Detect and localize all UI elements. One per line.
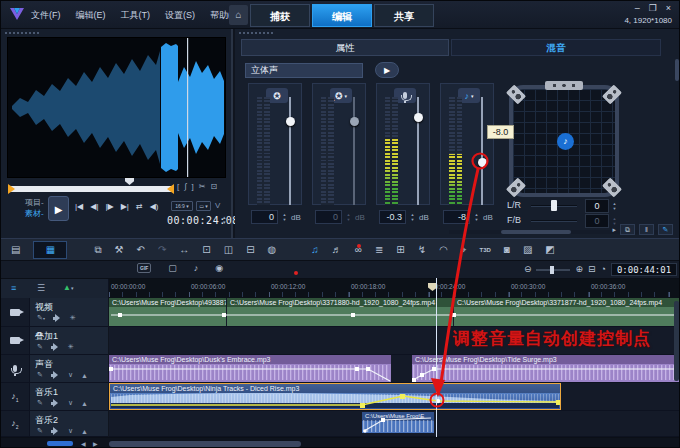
- voiceover-icon[interactable]: ♪: [194, 264, 199, 273]
- copy-icon[interactable]: ⧉: [94, 245, 101, 255]
- gif-export-icon[interactable]: GIF: [137, 263, 151, 273]
- prev-frame-button[interactable]: ◀|: [90, 202, 98, 211]
- db-stepper[interactable]: ▲▼: [345, 210, 352, 224]
- track-mute-icon[interactable]: [51, 371, 60, 379]
- color-grading-icon[interactable]: ◍: [268, 245, 277, 255]
- snapshot-icon[interactable]: ◉: [215, 264, 223, 273]
- db-stepper[interactable]: ▲▼: [409, 210, 416, 224]
- ripple-edit-icon[interactable]: ✎: [37, 427, 43, 435]
- template-icon[interactable]: ⊟: [246, 245, 254, 255]
- timeline-zoom-slider[interactable]: [536, 269, 570, 271]
- expand-arrow-icon[interactable]: ▸: [612, 226, 616, 234]
- enlarge-icon[interactable]: ⊡: [210, 182, 217, 191]
- undo-icon[interactable]: ↶: [137, 245, 145, 255]
- scroll-right-icon[interactable]: ▶: [93, 440, 98, 447]
- view-mode-label[interactable]: V: [215, 201, 220, 210]
- volume-envelope-music[interactable]: [110, 384, 561, 410]
- lr-slider-thumb[interactable]: [551, 200, 557, 211]
- go-end-button[interactable]: ▶|: [121, 202, 129, 211]
- home-button[interactable]: ⌂: [229, 5, 248, 25]
- auto-music-icon[interactable]: ♬: [332, 245, 342, 255]
- track-mute-icon[interactable]: [53, 314, 62, 322]
- ripple-edit-icon[interactable]: ✎: [37, 343, 43, 351]
- mark-out-icon[interactable]: ]: [191, 182, 193, 191]
- motion-tracking-icon[interactable]: ↯: [418, 245, 426, 255]
- volume-envelope[interactable]: [109, 355, 391, 382]
- volume-slider-track[interactable]: [353, 97, 355, 205]
- mixer-play-button[interactable]: ▶: [375, 62, 399, 78]
- waveform-toggle-icon[interactable]: ∨: [68, 399, 73, 407]
- split-screen-icon[interactable]: ◫: [224, 245, 233, 255]
- menu-tools[interactable]: 工具(T): [121, 9, 151, 22]
- scrub-marker[interactable]: [125, 178, 134, 185]
- clip-voice-1[interactable]: C:\Users\Muse Frog\Desktop\Dusk's Embrac…: [109, 355, 391, 382]
- mixer-vscrollbar[interactable]: [675, 59, 679, 81]
- timeline-ruler[interactable]: ≡ ☰ ▲▾ 00:00:00:00 00:00:06:00 00:00:12:…: [1, 278, 680, 298]
- scroll-left-icon[interactable]: ◀: [81, 440, 86, 447]
- timeline-playhead[interactable]: [436, 278, 437, 437]
- clip-music-2[interactable]: C:\Users\Muse Frog\E: [362, 412, 434, 433]
- timeline-view-icon[interactable]: ▦: [33, 241, 67, 259]
- db-stepper[interactable]: ▲▼: [281, 210, 288, 224]
- volume-envelope[interactable]: [362, 412, 434, 433]
- multicam-icon[interactable]: ⊞: [396, 245, 404, 255]
- subtitle-icon[interactable]: ≣: [375, 245, 383, 255]
- volume-button[interactable]: ◀): [150, 202, 159, 211]
- minimize-button[interactable]: –: [635, 3, 640, 13]
- columns-icon[interactable]: ‖: [639, 224, 654, 235]
- duration-icon[interactable]: ◔: [601, 265, 606, 274]
- fb-value[interactable]: 0: [585, 214, 609, 228]
- track-fx-icon[interactable]: ✳: [68, 343, 74, 351]
- volume-envelope[interactable]: [412, 355, 680, 382]
- add-track-icon[interactable]: ▲▾: [63, 283, 73, 292]
- tab-mix[interactable]: 混音: [451, 39, 661, 56]
- trim-bar[interactable]: [9, 186, 173, 192]
- header-mini-scrollbar[interactable]: [47, 441, 73, 446]
- aspect-ratio-dropdown[interactable]: 16:9 ▾: [171, 201, 193, 211]
- project-mode-label[interactable]: 项目-: [25, 197, 44, 208]
- clip-mode-label[interactable]: 素材-: [25, 208, 44, 219]
- frame-size-icon[interactable]: ⊡: [202, 245, 210, 255]
- track-fx-icon[interactable]: ✳: [70, 314, 76, 322]
- volume-slider-track[interactable]: [289, 97, 291, 205]
- loop-button[interactable]: ⇄: [136, 202, 143, 211]
- track-mute-icon[interactable]: [51, 427, 60, 435]
- db-stepper[interactable]: ▲▼: [473, 210, 480, 224]
- mark-in-icon[interactable]: [: [177, 182, 179, 191]
- stereo-dropdown[interactable]: 立体声: [245, 63, 363, 78]
- fit-project-icon[interactable]: ↔: [179, 245, 189, 255]
- screen-record-icon[interactable]: ▢: [168, 264, 177, 273]
- go-start-button[interactable]: |◀: [75, 202, 83, 211]
- waveform-toggle-icon[interactable]: ∨: [68, 427, 73, 435]
- tab-attributes[interactable]: 属性: [241, 39, 449, 56]
- track-mute-icon[interactable]: [51, 343, 60, 351]
- library-folders-icon[interactable]: ⧉: [620, 224, 635, 235]
- redo-icon[interactable]: ↷: [158, 245, 166, 255]
- edit-pencil-icon[interactable]: ✎: [658, 224, 673, 235]
- fb-slider[interactable]: [531, 220, 577, 222]
- surround-note-puck[interactable]: ♪: [557, 133, 574, 150]
- lr-value[interactable]: 0: [585, 199, 609, 213]
- menu-settings[interactable]: 设置(S): [165, 9, 195, 22]
- timeline-timecode[interactable]: 0:00:44:01: [611, 263, 677, 276]
- pan-zoom-icon[interactable]: ▨: [523, 245, 532, 255]
- clip-music-1-selected[interactable]: C:\Users\Muse Frog\Desktop\Ninja Tracks …: [109, 383, 561, 410]
- db-value-voice[interactable]: -0.3: [379, 210, 406, 224]
- db-value-overlay[interactable]: 0: [315, 210, 342, 224]
- split-clip-icon[interactable]: ✂: [199, 182, 206, 191]
- tracker-icon[interactable]: ⌖: [461, 245, 467, 255]
- db-value-music[interactable]: -8: [443, 210, 470, 224]
- storyboard-view-icon[interactable]: ▤: [11, 245, 20, 255]
- menu-file[interactable]: 文件(F): [31, 9, 61, 22]
- volume-slider-handle[interactable]: [286, 117, 295, 126]
- tools-icon[interactable]: ⚒: [115, 245, 124, 255]
- timeline-scroll-thumb[interactable]: [109, 441, 301, 447]
- volume-slider-handle[interactable]: [414, 113, 423, 122]
- ducking-icon[interactable]: ▲: [81, 372, 88, 379]
- trim-icon[interactable]: ∫: [184, 182, 186, 191]
- panel-drag-handle[interactable]: [239, 32, 273, 34]
- menu-edit[interactable]: 编辑(E): [76, 9, 106, 22]
- frame-dropdown[interactable]: ▭ ▾: [196, 201, 211, 211]
- panel-drag-handle[interactable]: [5, 32, 39, 34]
- tab-edit[interactable]: 编辑: [312, 4, 372, 27]
